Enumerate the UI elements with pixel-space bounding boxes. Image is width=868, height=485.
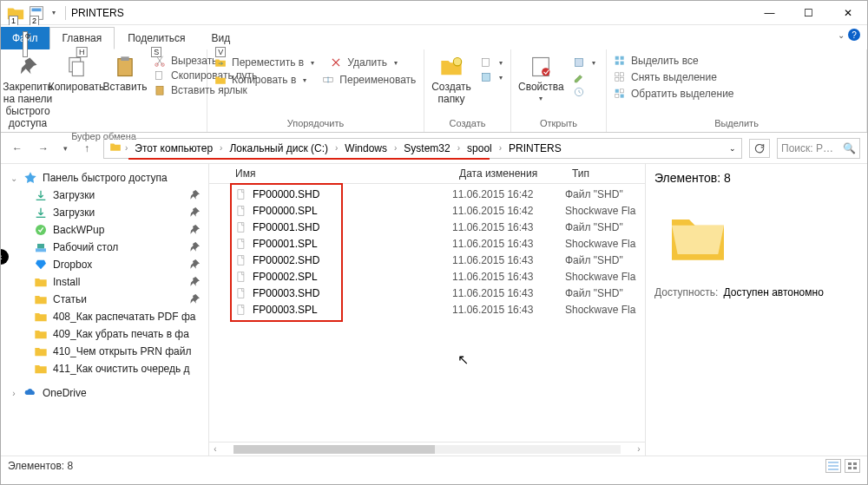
- file-type: Shockwave Fla: [565, 238, 638, 250]
- file-row[interactable]: FP00001.SPL 11.06.2015 16:43 Shockwave F…: [209, 235, 645, 252]
- svg-rect-3: [72, 62, 83, 75]
- ribbon: Закрепить на панели быстрого доступа Коп…: [1, 49, 867, 133]
- copy-to-button[interactable]: Копировать в▾: [214, 74, 306, 86]
- navigation-row: ← → ▾ ↑ › Этот компьютер› Локальный диск…: [1, 133, 867, 164]
- breadcrumb[interactable]: System32: [398, 142, 455, 154]
- file-date: 11.06.2015 16:43: [452, 238, 565, 250]
- qat-dropdown-icon[interactable]: ▾: [48, 3, 60, 23]
- svg-rect-41: [848, 462, 852, 465]
- group-create-label: Создать: [431, 116, 503, 128]
- file-row[interactable]: FP00003.SHD 11.06.2015 16:43 Файл "SHD": [209, 285, 645, 301]
- horizontal-scrollbar[interactable]: ‹›: [209, 442, 645, 456]
- invert-selection-button[interactable]: Обратить выделение: [614, 88, 734, 100]
- collapse-ribbon-icon[interactable]: ⌄: [838, 30, 845, 40]
- sidebar-item[interactable]: Статьи: [4, 291, 205, 308]
- folder-icon: [104, 141, 123, 155]
- address-bar[interactable]: › Этот компьютер› Локальный диск (C:)› W…: [103, 138, 742, 159]
- sidebar-item[interactable]: Рабочий стол: [4, 239, 205, 256]
- open-icon[interactable]: ▾: [573, 56, 595, 69]
- sidebar-item[interactable]: 409_Как убрать печать в фa: [4, 325, 205, 343]
- sidebar-item[interactable]: Install: [4, 273, 205, 291]
- svg-rect-18: [615, 56, 619, 60]
- easy-access-icon[interactable]: ▾: [480, 71, 503, 83]
- delete-button[interactable]: Удалить▾: [330, 56, 398, 69]
- file-date: 11.06.2015 16:43: [452, 221, 565, 233]
- svg-rect-25: [621, 78, 624, 82]
- column-date[interactable]: Дата изменения: [452, 164, 565, 183]
- address-dropdown-icon[interactable]: ⌄: [729, 144, 736, 153]
- pin-to-quick-access-button[interactable]: Закрепить на панели быстрого доступа: [8, 53, 48, 129]
- sidebar-item[interactable]: 410_Чем открыть PRN файл: [4, 343, 205, 360]
- sidebar-item-label: Install: [53, 276, 80, 288]
- svg-rect-40: [238, 305, 244, 314]
- file-name: FP00002.SHD: [253, 254, 319, 266]
- tab-view[interactable]: ВидV: [198, 27, 243, 49]
- move-to-button[interactable]: Переместить в▾: [214, 56, 314, 69]
- refresh-button[interactable]: [749, 139, 770, 158]
- qat-folder-icon[interactable]: 1: [6, 3, 25, 23]
- availability-label: Доступность:: [654, 286, 718, 298]
- group-open-label: Открыть: [518, 116, 599, 128]
- new-item-icon[interactable]: ▾: [480, 56, 503, 69]
- sidebar-item-label: BackWPup: [53, 224, 104, 236]
- file-row[interactable]: FP00003.SPL 11.06.2015 16:43 Shockwave F…: [209, 301, 645, 318]
- minimize-button[interactable]: —: [750, 1, 789, 25]
- forward-button[interactable]: →: [34, 139, 53, 158]
- breadcrumb[interactable]: PRINTERS: [503, 142, 567, 154]
- edit-icon[interactable]: [573, 71, 595, 83]
- deselect-button[interactable]: Снять выделение: [614, 71, 734, 83]
- view-details-icon[interactable]: [825, 459, 841, 473]
- sidebar-item[interactable]: Загрузки: [4, 187, 205, 204]
- select-all-button[interactable]: Выделить все: [614, 55, 734, 67]
- svg-rect-5: [121, 56, 128, 61]
- sidebar-onedrive[interactable]: › OneDrive: [4, 384, 205, 402]
- properties-button[interactable]: Свойства▾: [518, 53, 564, 102]
- copy-button[interactable]: Копировать: [56, 53, 96, 93]
- breadcrumb[interactable]: Windows: [339, 142, 392, 154]
- svg-point-11: [453, 58, 461, 66]
- group-organize-label: Упорядочить: [214, 116, 417, 128]
- maximize-button[interactable]: ☐: [789, 1, 828, 25]
- sidebar-item[interactable]: 408_Как распечатать PDF фa: [4, 308, 205, 325]
- paste-button[interactable]: Вставить: [105, 53, 145, 93]
- up-button[interactable]: ↑: [77, 139, 96, 158]
- sidebar-item[interactable]: Dropbox: [4, 256, 205, 273]
- svg-rect-34: [238, 206, 244, 215]
- svg-rect-32: [37, 244, 44, 248]
- tab-file[interactable]: ФайлФ: [1, 27, 49, 49]
- tab-share[interactable]: ПоделитьсяS: [115, 27, 198, 49]
- history-icon[interactable]: [573, 86, 595, 98]
- sidebar-item[interactable]: Загрузки: [4, 204, 205, 221]
- svg-rect-42: [853, 462, 857, 465]
- file-row[interactable]: FP00000.SHD 11.06.2015 16:42 Файл "SHD": [209, 186, 645, 202]
- file-name: FP00001.SPL: [253, 238, 318, 250]
- new-folder-button[interactable]: Создать папку: [431, 53, 471, 105]
- file-row[interactable]: FP00000.SPL 11.06.2015 16:42 Shockwave F…: [209, 202, 645, 219]
- file-type: Файл "SHD": [565, 287, 638, 299]
- help-icon[interactable]: ?: [848, 29, 860, 41]
- search-input[interactable]: Поиск: P… 🔍: [777, 138, 860, 159]
- view-large-icons-icon[interactable]: [845, 459, 860, 473]
- column-name[interactable]: Имя: [209, 164, 452, 183]
- recent-dropdown-icon[interactable]: ▾: [60, 139, 70, 158]
- sidebar-item[interactable]: 411_Как очистить очередь д: [4, 360, 205, 377]
- close-button[interactable]: ✕: [828, 1, 867, 25]
- breadcrumb[interactable]: Локальный диск (C:): [224, 142, 333, 154]
- back-button[interactable]: ←: [8, 139, 27, 158]
- file-row[interactable]: FP00002.SPL 11.06.2015 16:43 Shockwave F…: [209, 268, 645, 285]
- rename-button[interactable]: Переименовать: [322, 74, 416, 86]
- svg-rect-37: [238, 255, 244, 265]
- breadcrumb[interactable]: Этот компьютер: [129, 142, 218, 154]
- sidebar-item[interactable]: BackWPup: [4, 221, 205, 239]
- svg-point-7: [161, 63, 165, 67]
- tab-home[interactable]: ГлавнаяH: [49, 27, 115, 49]
- svg-rect-38: [238, 272, 244, 281]
- file-row[interactable]: FP00002.SHD 11.06.2015 16:43 Файл "SHD": [209, 252, 645, 268]
- file-type: Файл "SHD": [565, 254, 638, 266]
- sidebar-quick-access[interactable]: ⌄ Панель быстрого доступа: [4, 169, 205, 187]
- file-row[interactable]: FP00001.SHD 11.06.2015 16:43 Файл "SHD": [209, 219, 645, 235]
- window-title: PRINTERS: [71, 7, 124, 19]
- breadcrumb[interactable]: spool: [462, 142, 497, 154]
- qat-properties-icon[interactable]: 2: [27, 3, 46, 23]
- column-type[interactable]: Тип: [565, 164, 645, 183]
